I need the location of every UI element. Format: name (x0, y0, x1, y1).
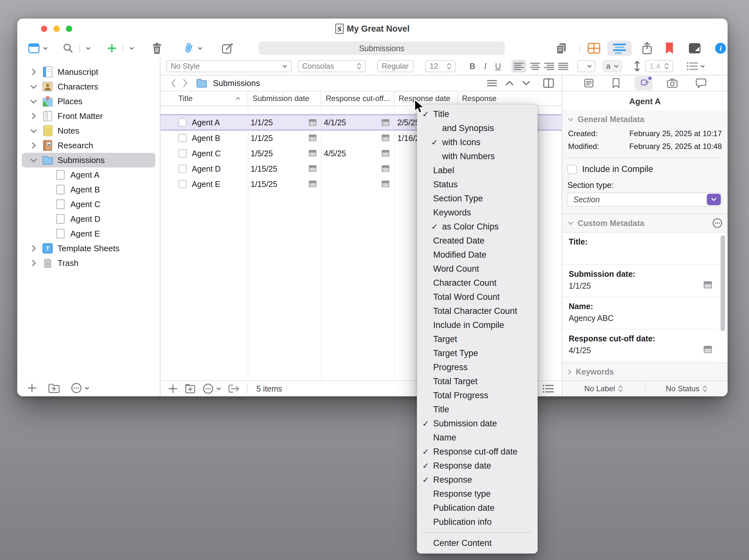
status-select[interactable]: No Status (645, 384, 728, 393)
chevron-right-icon[interactable] (29, 259, 38, 267)
notes-tab-icon[interactable] (580, 77, 598, 90)
menu-item[interactable]: ✓ with Icons (417, 135, 537, 149)
menu-item[interactable]: with Numbers (417, 149, 537, 163)
custom-metadata-header[interactable]: Custom Metadata (562, 214, 728, 232)
quick-reference-icon[interactable] (689, 43, 701, 54)
submission-date-value[interactable]: 1/1/25 (251, 134, 273, 143)
zoom-button[interactable] (66, 26, 72, 32)
row-checkbox[interactable] (178, 134, 187, 142)
chevron-right-icon[interactable] (29, 141, 38, 150)
label-select[interactable]: No Label (562, 384, 645, 393)
binder-toggle-chevron-icon[interactable] (43, 46, 48, 51)
more-options-icon[interactable] (203, 383, 214, 394)
sidebar-item-research[interactable]: Research (22, 138, 155, 153)
menu-item[interactable]: Publication info (417, 515, 537, 529)
sidebar-item-characters[interactable]: Characters (22, 79, 155, 94)
sidebar-item-notes[interactable]: Notes (22, 123, 155, 138)
export-icon[interactable] (228, 384, 240, 393)
sidebar-item-agent-b[interactable]: Agent B (22, 182, 155, 197)
column-header-title[interactable]: Title (160, 91, 248, 106)
add-icon[interactable] (107, 43, 117, 53)
calendar-icon[interactable] (308, 180, 317, 188)
chevron-down-icon[interactable] (29, 156, 38, 164)
sidebar-item-trash[interactable]: Trash (22, 256, 155, 271)
calendar-icon[interactable] (703, 281, 712, 289)
menu-item[interactable]: Label (417, 163, 537, 177)
attachment-chevron-icon[interactable] (197, 46, 203, 51)
submission-date-value[interactable]: 1/1/25 (251, 118, 273, 127)
minimize-button[interactable] (53, 26, 60, 32)
calendar-icon[interactable] (308, 119, 317, 126)
more-options-chevron-icon[interactable] (84, 386, 89, 391)
sidebar-item-agent-d[interactable]: Agent D (22, 212, 155, 226)
menu-item[interactable]: Total Progress (417, 388, 537, 403)
more-options-icon[interactable] (71, 383, 82, 393)
calendar-icon[interactable] (381, 165, 390, 172)
row-checkbox[interactable] (178, 165, 187, 173)
chevron-right-icon[interactable] (29, 244, 38, 253)
menu-item[interactable]: Progress (417, 360, 537, 374)
menu-item[interactable]: Total Character Count (417, 304, 537, 318)
calendar-icon[interactable] (308, 149, 317, 157)
sidebar-item-front-matter[interactable]: Front Matter (22, 109, 155, 123)
general-metadata-header[interactable]: General Metadata (562, 110, 728, 127)
text-color-select[interactable] (577, 60, 595, 72)
menu-item[interactable]: Status (417, 177, 537, 191)
italic-button[interactable]: I (479, 61, 492, 71)
calendar-icon[interactable] (381, 119, 390, 126)
attachment-icon[interactable] (183, 42, 194, 54)
align-left-button[interactable] (512, 60, 526, 72)
submission-date-value[interactable]: 1/15/25 (251, 180, 277, 189)
custom-metadata-scrollbar[interactable] (721, 235, 725, 331)
add-document-icon[interactable] (27, 383, 37, 393)
line-height-select[interactable]: 1.4 (645, 60, 673, 72)
chevron-down-icon[interactable] (29, 97, 38, 106)
calendar-icon[interactable] (381, 149, 390, 157)
menu-item[interactable]: ✓ Submission date (417, 416, 537, 431)
bookmark-icon[interactable] (666, 43, 673, 54)
menu-item[interactable]: Name (417, 431, 537, 445)
outline-view-icon[interactable] (607, 41, 632, 56)
chevron-down-icon[interactable] (29, 127, 38, 135)
align-justify-button[interactable] (558, 62, 569, 70)
chevron-right-icon[interactable] (29, 68, 38, 76)
menu-item[interactable]: Section Type (417, 191, 537, 206)
menu-item[interactable]: Title (417, 403, 537, 416)
menu-item[interactable]: Modified Date (417, 248, 537, 262)
toolbar-document-pill[interactable]: Submissions (259, 42, 505, 55)
menu-item[interactable]: ✓ Title (417, 107, 537, 121)
highlight-select[interactable]: a (603, 60, 622, 72)
menu-item[interactable]: Word Count (417, 262, 537, 276)
back-icon[interactable] (170, 78, 177, 88)
menu-item[interactable]: Include in Compile (417, 318, 537, 332)
custom-field-value[interactable]: 4/1/25 (569, 346, 591, 355)
align-center-button[interactable] (530, 62, 540, 70)
outline-list-icon[interactable] (542, 384, 554, 393)
list-style-button[interactable] (687, 62, 705, 71)
snapshots-tab-icon[interactable] (663, 77, 681, 89)
add-folder-icon[interactable] (48, 383, 60, 393)
sidebar-item-places[interactable]: Places (22, 94, 155, 109)
calendar-icon[interactable] (308, 134, 317, 142)
menu-item[interactable]: ✓ Response date (417, 459, 537, 473)
chevron-down-icon[interactable] (29, 83, 38, 91)
section-type-dropdown-button[interactable] (707, 194, 721, 205)
section-type-select[interactable]: Section (568, 192, 723, 207)
editor-menu-icon[interactable] (487, 79, 497, 87)
keywords-header[interactable]: Keywords (562, 363, 728, 380)
add-chevron-icon[interactable] (129, 46, 134, 51)
calendar-icon[interactable] (308, 165, 317, 172)
submission-date-value[interactable]: 1/15/25 (251, 164, 277, 174)
align-right-button[interactable] (544, 62, 554, 70)
share-icon[interactable] (641, 42, 653, 55)
menu-item[interactable]: Center Content (417, 536, 537, 550)
menu-item[interactable]: Created Date (417, 234, 537, 248)
menu-item[interactable]: and Synopsis (417, 121, 537, 135)
sidebar-item-agent-e[interactable]: Agent E (22, 226, 155, 241)
calendar-icon[interactable] (381, 180, 390, 188)
sidebar-item-submissions[interactable]: Submissions (22, 153, 155, 168)
sidebar-item-agent-a[interactable]: Agent A (22, 168, 155, 182)
font-select[interactable]: Consolas (298, 60, 366, 72)
menu-item[interactable]: Target (417, 332, 537, 346)
forward-icon[interactable] (181, 78, 189, 88)
